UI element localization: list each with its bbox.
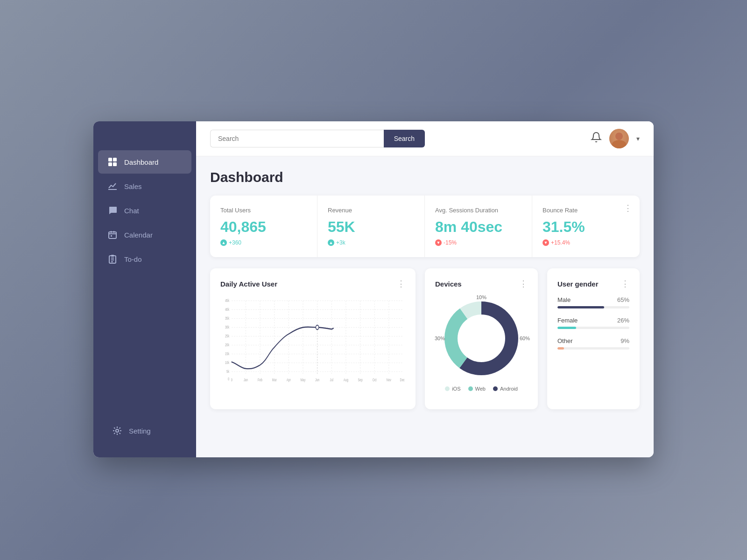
legend-label: Web (475, 386, 486, 392)
stat-label: Avg. Sessions Duration (435, 207, 521, 214)
svg-text:0: 0 (228, 377, 229, 382)
more-options-icon[interactable]: ⋮ (519, 279, 528, 289)
donut-label-top: 10% (476, 294, 486, 300)
svg-text:Feb: Feb (258, 378, 262, 383)
donut-label-left: 30% (435, 336, 445, 341)
sidebar-item-label: Dashboard (124, 158, 158, 166)
legend-item-ios: iOS (445, 386, 460, 392)
stat-value: 40,865 (220, 218, 307, 236)
gender-label: Other (557, 337, 573, 344)
more-options-icon[interactable]: ⋮ (621, 279, 629, 289)
stat-change: ▲ +3k (328, 239, 414, 246)
svg-rect-5 (109, 232, 116, 238)
legend-label: iOS (452, 386, 460, 392)
svg-text:0: 0 (231, 378, 233, 383)
donut-container: 10% 30% 60% (435, 296, 528, 392)
grid-icon (107, 157, 118, 167)
svg-rect-1 (113, 158, 117, 161)
stat-card-total-users: Total Users 40,865 ▲ +360 (210, 196, 317, 257)
stat-change: ▼ -15% (435, 239, 521, 246)
sidebar-nav: Dashboard Sales (93, 145, 196, 409)
line-chart-container: 45k 40k 35k 30k 25k 20k 15k 10k 5k 0 (220, 296, 405, 399)
bar-background (557, 327, 629, 329)
search-input[interactable] (210, 130, 384, 147)
svg-text:Jun: Jun (315, 378, 319, 383)
avatar[interactable] (609, 129, 629, 148)
gender-row: Male 65% (557, 296, 629, 308)
svg-text:20k: 20k (225, 343, 230, 348)
chart-title: Devices (435, 280, 462, 288)
gender-pct: 9% (620, 337, 629, 344)
sidebar: Dashboard Sales (93, 121, 196, 457)
change-indicator-icon: ▲ (328, 239, 334, 246)
stat-change: ▲ +360 (220, 239, 307, 246)
svg-text:15k: 15k (225, 351, 230, 357)
gender-row: Female 26% (557, 317, 629, 329)
svg-text:Nov: Nov (387, 378, 391, 383)
gender-row: Other 9% (557, 337, 629, 350)
svg-text:Oct: Oct (373, 378, 377, 383)
change-text: -15% (444, 239, 457, 246)
legend-item-web: Web (468, 386, 486, 392)
gender-pct: 26% (617, 317, 629, 324)
svg-text:40k: 40k (225, 307, 230, 312)
page-title: Dashboard (210, 169, 640, 185)
devices-card: Devices ⋮ 10% 30% 60% (425, 268, 538, 409)
change-indicator-icon: ▼ (435, 239, 442, 246)
sidebar-item-dashboard[interactable]: Dashboard (98, 150, 191, 174)
svg-text:25k: 25k (225, 334, 230, 339)
legend-label: Android (500, 386, 518, 392)
stat-card-bounce-rate: ⋮ Bounce Rate 31.5% ▼ +15.4% (532, 196, 640, 257)
bar-fill (557, 327, 576, 329)
svg-text:Mar: Mar (272, 378, 277, 383)
charts-row: Daily Active User ⋮ (210, 268, 640, 409)
chart-header: Devices ⋮ (435, 279, 528, 289)
daily-active-user-card: Daily Active User ⋮ (210, 268, 416, 409)
gender-label: Male (557, 296, 571, 303)
change-text: +15.4% (551, 239, 570, 246)
chevron-down-icon[interactable]: ▾ (636, 135, 640, 142)
svg-text:Jan: Jan (244, 378, 248, 383)
chart-line-icon (107, 181, 118, 191)
sidebar-item-calendar[interactable]: Calendar (98, 223, 191, 246)
sidebar-item-label: Setting (129, 427, 151, 435)
legend-item-android: Android (493, 386, 518, 392)
svg-text:Apr: Apr (287, 378, 291, 383)
svg-text:5k: 5k (226, 369, 229, 374)
sidebar-item-todo[interactable]: To-do (98, 247, 191, 271)
svg-text:Aug: Aug (344, 378, 348, 383)
more-options-icon[interactable]: ⋮ (397, 279, 405, 289)
change-indicator-icon: ▼ (543, 239, 549, 246)
sidebar-logo (93, 121, 196, 145)
svg-text:May: May (301, 378, 306, 383)
more-options-icon[interactable]: ⋮ (624, 203, 632, 213)
sidebar-bottom: Setting (93, 409, 196, 457)
notification-bell-icon[interactable] (591, 132, 602, 146)
svg-point-15 (116, 429, 119, 432)
svg-text:Jul: Jul (330, 378, 334, 383)
bar-background (557, 347, 629, 350)
stat-value: 55K (328, 218, 414, 236)
sidebar-item-chat[interactable]: Chat (98, 199, 191, 222)
donut-svg (439, 296, 523, 380)
gender-label: Female (557, 317, 578, 324)
sidebar-item-label: Sales (124, 182, 142, 190)
sidebar-item-label: Calendar (124, 231, 153, 239)
header: Search ▾ (196, 121, 654, 156)
stats-grid: Total Users 40,865 ▲ +360 Revenue 55K ▲ (210, 196, 640, 257)
chart-header: Daily Active User ⋮ (220, 279, 405, 289)
svg-text:10k: 10k (225, 360, 230, 365)
stat-label: Revenue (328, 207, 414, 214)
sidebar-item-label: Chat (124, 207, 139, 215)
sidebar-item-sales[interactable]: Sales (98, 175, 191, 198)
sidebar-item-setting[interactable]: Setting (103, 419, 187, 442)
search-button[interactable]: Search (384, 130, 425, 147)
main-content: Search ▾ Dashboard (196, 121, 654, 457)
stat-change: ▼ +15.4% (543, 239, 629, 246)
web-color-dot (468, 386, 473, 391)
change-text: +3k (336, 239, 345, 246)
chat-bubble-icon (107, 205, 118, 216)
gender-pct: 65% (617, 296, 629, 303)
svg-rect-2 (108, 162, 112, 166)
svg-text:30k: 30k (225, 325, 230, 330)
